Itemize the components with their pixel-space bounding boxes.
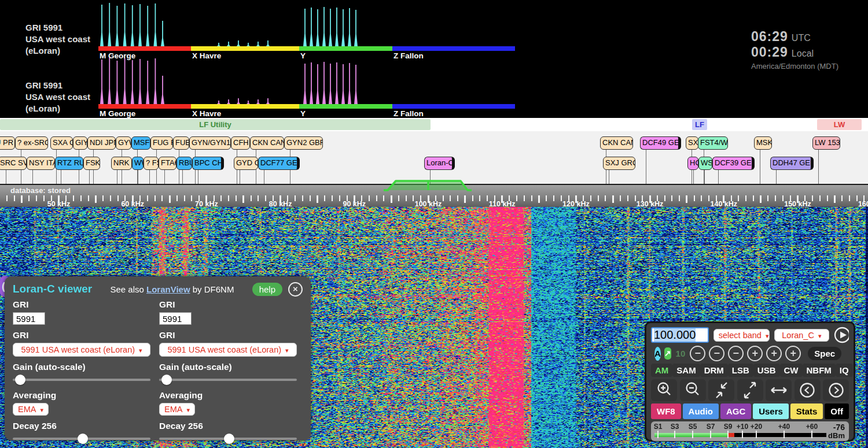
close-icon[interactable]: ×	[288, 282, 303, 297]
station-label[interactable]: WSI	[698, 157, 712, 170]
s-meter-tick	[811, 431, 812, 438]
band-label-lw[interactable]: LW	[817, 119, 862, 130]
gri-input[interactable]	[159, 312, 192, 325]
station-bar-y	[299, 104, 392, 109]
mode-button-am[interactable]: AM	[651, 364, 672, 377]
panel-button-audio[interactable]: Audio	[683, 403, 719, 419]
station-label[interactable]: NRK	[111, 157, 132, 170]
station-label[interactable]: GYN/GYN1 (	[189, 136, 231, 150]
waterfall-snap-icon[interactable]: ↗	[664, 347, 671, 360]
station-label[interactable]: FSK	[83, 157, 100, 170]
panel-button-off[interactable]: Off	[825, 403, 849, 419]
mode-button-cw[interactable]: CW	[780, 364, 803, 377]
station-label[interactable]: ? FS	[144, 157, 159, 170]
zoom-in-button[interactable]	[651, 379, 677, 401]
gri-input[interactable]	[13, 312, 45, 325]
page-left-button[interactable]	[795, 379, 821, 401]
zoom-out-icon[interactable]: −	[690, 346, 705, 361]
station-label[interactable]: MSK	[754, 136, 772, 150]
zoom-in-icon[interactable]: +	[747, 346, 763, 361]
mode-button-drm[interactable]: DRM	[700, 364, 728, 377]
station-label[interactable]: DCF39 GER	[712, 157, 755, 170]
station-label[interactable]: DCF77 GER	[258, 157, 300, 170]
zoom-out-button[interactable]	[680, 379, 706, 401]
band-label-lf[interactable]: LF	[692, 119, 707, 130]
averaging-select[interactable]: EMA▾	[13, 403, 49, 416]
station-label[interactable]: FTA6	[159, 157, 176, 170]
decay-slider[interactable]	[13, 434, 150, 444]
averaging-select[interactable]: EMA▾	[159, 403, 195, 416]
scale-tick	[443, 195, 444, 201]
station-label[interactable]: FST4/W	[698, 136, 728, 150]
panel-button-wf8[interactable]: WF8	[651, 403, 681, 419]
station-label[interactable]: RBU	[176, 157, 192, 170]
station-label[interactable]: GYD G	[234, 157, 258, 170]
zoom-to-band-icon[interactable]	[708, 379, 734, 401]
station-label[interactable]: CFH (	[231, 136, 250, 150]
station-label[interactable]: FUG FR	[150, 136, 173, 150]
station-label[interactable]: GYN2 GBR	[284, 136, 323, 150]
station-label[interactable]: MSF	[131, 136, 150, 150]
page-right-button[interactable]	[823, 379, 849, 401]
station-label[interactable]: DDH47 GER	[770, 157, 814, 170]
zoom-in-icon[interactable]: +	[785, 346, 801, 361]
station-label[interactable]: SXV	[686, 136, 698, 150]
gain-slider[interactable]	[13, 375, 150, 385]
panel-button-agc[interactable]: AGC	[720, 403, 751, 419]
gain-slider[interactable]	[159, 375, 297, 385]
station-label[interactable]: ? ex-SRC	[15, 136, 48, 150]
station-connector-line	[760, 149, 760, 184]
passband-shift-icon[interactable]	[766, 379, 792, 401]
gri-select[interactable]: 5991 USA west coast (eLoran)▾	[159, 343, 297, 357]
loranview-link[interactable]: LoranView	[146, 284, 190, 294]
frequency-input[interactable]: 100.000	[651, 327, 709, 343]
station-label[interactable]: NSY ITA	[27, 157, 55, 170]
station-bar-label: M George	[100, 109, 136, 118]
station-label[interactable]: SXJ GRC	[603, 157, 635, 170]
mode-button-iq[interactable]: IQ	[836, 364, 853, 377]
band-label-lf-utility[interactable]: LF Utility	[0, 119, 431, 130]
scale-tick	[28, 195, 30, 201]
zoom-out-icon[interactable]: −	[709, 346, 724, 361]
station-connector-line	[149, 169, 150, 184]
band-strip: LF UtilityLFLW	[0, 118, 868, 131]
help-button[interactable]: help	[252, 283, 282, 296]
station-label[interactable]: NDI JPN	[87, 136, 116, 150]
station-label[interactable]: FUE	[173, 136, 189, 150]
station-label[interactable]: CKN CAN	[600, 136, 633, 150]
station-label[interactable]: CKN CAN	[250, 136, 284, 150]
station-label[interactable]: WW	[132, 157, 144, 170]
passband-indicator[interactable]	[379, 177, 475, 193]
station-label[interactable]: LW 153	[812, 136, 840, 150]
zoom-out-icon[interactable]: −	[728, 346, 744, 361]
preset-select[interactable]: Loran_C▾	[774, 329, 829, 342]
mode-button-sam[interactable]: SAM	[672, 364, 700, 377]
mode-button-usb[interactable]: USB	[753, 364, 780, 377]
decay-slider[interactable]	[159, 434, 297, 444]
station-label[interactable]: BPC CHN	[192, 157, 224, 170]
panel-button-stats[interactable]: Stats	[790, 403, 823, 419]
station-label[interactable]: SRC SV	[0, 157, 27, 170]
station-label[interactable]: DCF49 GER	[640, 136, 681, 150]
zoom-max-out-icon[interactable]	[737, 379, 763, 401]
mode-button-nbfm[interactable]: NBFM	[803, 364, 836, 377]
station-label[interactable]: HG	[687, 157, 698, 170]
zoom-in-icon[interactable]: +	[766, 346, 782, 361]
station-label[interactable]: SXA G	[50, 136, 73, 150]
play-button[interactable]	[834, 327, 849, 343]
scale-tick	[612, 195, 614, 203]
mode-button-lsb[interactable]: LSB	[728, 364, 753, 377]
station-label[interactable]: GIY	[73, 136, 87, 150]
scale-label-100: 100 kHz	[415, 200, 442, 207]
station-label[interactable]: Loran-C	[424, 157, 455, 170]
scale-tick	[80, 195, 82, 201]
panel-button-users[interactable]: Users	[753, 403, 789, 419]
station-label[interactable]: RTZ RUS	[55, 157, 83, 170]
station-label[interactable]: U PR	[0, 136, 15, 150]
station-label[interactable]: GYW	[116, 136, 131, 150]
spectrum-button[interactable]: Spec	[808, 347, 841, 360]
band-select[interactable]: select band▾	[713, 329, 770, 342]
gri-select[interactable]: 5991 USA west coast (eLoran)▾	[13, 343, 150, 357]
scale-tick	[561, 195, 562, 201]
autoscale-button[interactable]: A	[654, 347, 661, 361]
